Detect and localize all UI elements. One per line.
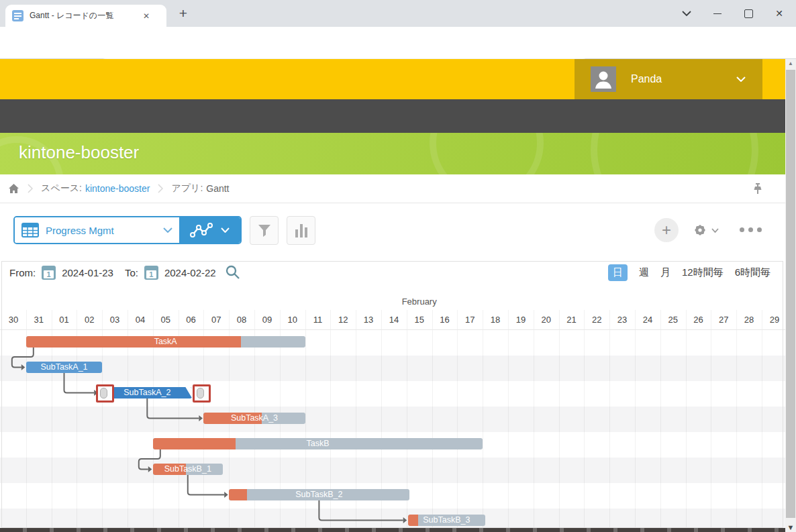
grid-line xyxy=(686,310,687,528)
gantt-bar-TaskB[interactable]: TaskB xyxy=(153,438,483,449)
view-name: Progress Mgmt xyxy=(46,225,156,236)
drag-handle-right[interactable] xyxy=(193,384,211,403)
day-label: 08 xyxy=(229,315,254,325)
day-label: 28 xyxy=(736,315,762,325)
new-tab-button[interactable]: + xyxy=(175,5,192,23)
from-date-value[interactable]: 2024-01-23 xyxy=(62,267,113,278)
day-label: 13 xyxy=(356,315,381,325)
breadcrumb-space-label: スペース: xyxy=(41,182,82,195)
browser-window: Gantt - レコードの一覧 ✕ + ✕ ← → pandafirm.cybo… xyxy=(0,0,796,532)
window-minimize-button[interactable] xyxy=(702,0,733,27)
time-unit-1[interactable]: 週 xyxy=(639,266,649,279)
scrollbar-up-arrow[interactable]: ▲ xyxy=(785,60,796,66)
view-selector: Progress Mgmt xyxy=(13,216,242,244)
day-label: 18 xyxy=(483,315,508,325)
user-name: Panda xyxy=(631,73,736,85)
person-icon xyxy=(591,66,616,92)
add-record-button[interactable]: + xyxy=(654,218,679,242)
handle-grip xyxy=(197,388,204,398)
chevron-down-icon xyxy=(736,76,746,82)
chart-button[interactable] xyxy=(287,216,315,245)
time-unit-2[interactable]: 月 xyxy=(660,266,670,279)
month-label: February xyxy=(52,297,785,307)
handle-grip xyxy=(100,388,107,398)
day-label: 01 xyxy=(52,315,77,325)
gantt-chart: February30310102030405060708091011121314… xyxy=(0,290,785,528)
time-unit-3[interactable]: 12時間毎 xyxy=(682,266,724,279)
bar-label: SubTaskB_1 xyxy=(153,464,223,475)
grid-line xyxy=(584,310,585,528)
day-label: 21 xyxy=(559,315,585,325)
day-label: 02 xyxy=(77,315,102,325)
drag-handle-left[interactable] xyxy=(96,384,114,403)
day-label: 10 xyxy=(280,315,305,325)
grid-line xyxy=(559,310,560,528)
banner-decor-ring xyxy=(430,133,544,174)
grid-line xyxy=(483,310,483,528)
user-menu[interactable]: Panda xyxy=(575,59,762,99)
chevron-down-icon xyxy=(221,227,230,233)
grid-line xyxy=(635,310,636,528)
chevron-down-icon[interactable] xyxy=(711,228,719,233)
gantt-bar-SubTaskA_1[interactable]: SubTaskA_1 xyxy=(26,362,102,373)
grid-line xyxy=(736,310,737,528)
bar-label: SubTaskB_3 xyxy=(408,515,485,526)
gantt-bar-TaskA[interactable]: TaskA xyxy=(26,336,305,348)
day-label: 15 xyxy=(407,315,432,325)
scrollbar-thumb[interactable] xyxy=(786,70,795,518)
more-options-icon[interactable] xyxy=(740,227,762,232)
gantt-bar-SubTaskB_3[interactable]: SubTaskB_3 xyxy=(408,515,485,526)
tab-search-icon[interactable] xyxy=(671,0,702,27)
gantt-bar-SubTaskA_3[interactable]: SubTaskA_3 xyxy=(203,413,305,424)
gantt-bar-SubTaskB_1[interactable]: SubTaskB_1 xyxy=(153,464,223,475)
gantt-bar-SubTaskB_2[interactable]: SubTaskB_2 xyxy=(229,489,409,500)
kintone-header: kintone Panda xyxy=(0,59,785,99)
grid-line xyxy=(534,310,534,528)
pin-icon[interactable] xyxy=(752,182,764,195)
calendar-icon[interactable]: 1 xyxy=(144,266,158,280)
apply-range-search-icon[interactable] xyxy=(225,264,241,280)
grid-line xyxy=(508,310,509,528)
day-label: 04 xyxy=(128,315,153,325)
breadcrumb-home-icon[interactable] xyxy=(8,183,19,194)
browser-toolbar: ← → pandafirm.cybozu.com/k/2000/ S xyxy=(0,27,796,59)
space-title[interactable]: kintone-booster xyxy=(19,142,139,163)
day-label: 12 xyxy=(330,315,356,325)
day-label: 23 xyxy=(609,315,635,325)
filter-button[interactable] xyxy=(250,216,279,245)
bar-label: TaskB xyxy=(153,438,483,449)
day-label: 03 xyxy=(102,315,128,325)
from-label: From: xyxy=(9,267,36,278)
banner-decor-ring xyxy=(591,133,758,174)
time-unit-4[interactable]: 6時間毎 xyxy=(735,266,770,279)
tab-close-icon[interactable]: ✕ xyxy=(143,12,150,20)
bottom-bar xyxy=(0,528,785,532)
day-label: 16 xyxy=(432,315,458,325)
to-date-value[interactable]: 2024-02-22 xyxy=(164,267,216,278)
graph-view-dropdown[interactable] xyxy=(179,217,240,243)
calendar-day-glyph: 1 xyxy=(146,270,156,278)
browser-tab[interactable]: Gantt - レコードの一覧 ✕ xyxy=(5,5,166,27)
tab-favicon xyxy=(12,10,23,21)
window-maximize-button[interactable] xyxy=(733,0,764,27)
gantt-bar-SubTaskA_2[interactable]: SubTaskA_2 xyxy=(102,387,192,398)
window-close-button[interactable]: ✕ xyxy=(764,0,795,27)
scrollbar-down-arrow[interactable]: ▼ xyxy=(785,523,796,531)
time-unit-0[interactable]: 日 xyxy=(608,264,628,281)
page-scrollbar[interactable]: ▲ ▼ xyxy=(785,59,796,532)
day-label: 09 xyxy=(254,315,280,325)
day-label: 26 xyxy=(686,315,711,325)
view-settings-gear-icon[interactable] xyxy=(691,221,709,239)
user-avatar xyxy=(591,66,616,92)
day-label: 06 xyxy=(179,315,204,325)
breadcrumb-space-link[interactable]: kintone-booster xyxy=(85,183,150,194)
calendar-icon[interactable]: 1 xyxy=(42,266,56,280)
breadcrumb: スペース: kintone-booster アプリ: Gantt xyxy=(0,174,785,203)
day-label: 29 xyxy=(762,315,785,325)
breadcrumb-app-label: アプリ: xyxy=(171,182,203,195)
day-label: 11 xyxy=(305,315,331,325)
breadcrumb-app: アプリ: Gantt xyxy=(171,182,229,195)
day-label: 17 xyxy=(457,315,483,325)
grid-line xyxy=(762,310,762,528)
view-dropdown[interactable]: Progress Mgmt xyxy=(15,217,179,243)
